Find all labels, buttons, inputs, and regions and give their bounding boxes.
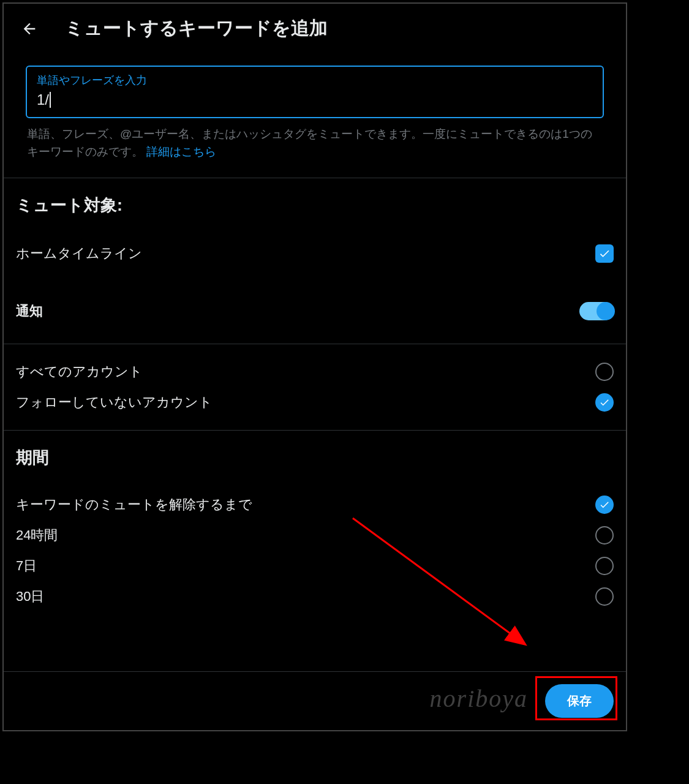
input-label: 単語やフレーズを入力 xyxy=(37,73,593,88)
back-arrow-icon[interactable] xyxy=(18,18,40,40)
not-following-label: フォローしていないアカウント xyxy=(16,393,213,412)
duration-section: 期間 キーワードのミュートを解除するまで 24時間 7日 30日 xyxy=(4,430,626,624)
duration-option-label: 30日 xyxy=(16,587,44,606)
notifications-toggle[interactable] xyxy=(579,302,614,320)
notifications-label: 通知 xyxy=(16,302,43,320)
mute-target-title: ミュート対象: xyxy=(16,194,614,216)
save-button[interactable]: 保存 xyxy=(545,684,614,718)
duration-option-label: 7日 xyxy=(16,557,37,575)
duration-option-label: 24時間 xyxy=(16,526,58,545)
input-value: 1/ xyxy=(37,91,593,108)
duration-option-row: 24時間 xyxy=(16,520,614,551)
all-accounts-radio[interactable] xyxy=(595,363,614,381)
duration-option-row: 7日 xyxy=(16,551,614,581)
keyword-input[interactable]: 単語やフレーズを入力 1/ xyxy=(26,66,604,118)
footer: 保存 xyxy=(4,671,626,730)
not-following-row: フォローしていないアカウント xyxy=(16,387,614,418)
notifications-row: 通知 xyxy=(16,295,614,328)
duration-option-radio-1[interactable] xyxy=(595,526,614,545)
home-timeline-label: ホームタイムライン xyxy=(16,244,142,263)
duration-option-row: 30日 xyxy=(16,581,614,612)
home-timeline-row: ホームタイムライン xyxy=(16,237,614,270)
duration-option-row: キーワードのミュートを解除するまで xyxy=(16,489,614,520)
help-text: 単語、フレーズ、@ユーザー名、またはハッシュタグをミュートできます。一度にミュー… xyxy=(26,118,604,172)
help-link[interactable]: 詳細はこちら xyxy=(146,145,216,158)
duration-option-label: キーワードのミュートを解除するまで xyxy=(16,496,252,514)
accounts-section: すべてのアカウント フォローしていないアカウント xyxy=(4,344,626,430)
duration-option-radio-0[interactable] xyxy=(595,496,614,514)
header: ミュートするキーワードを追加 xyxy=(4,4,626,53)
duration-option-radio-3[interactable] xyxy=(595,587,614,606)
keyword-input-section: 単語やフレーズを入力 1/ 単語、フレーズ、@ユーザー名、またはハッシュタグをミ… xyxy=(4,53,626,178)
mute-target-section: ミュート対象: ホームタイムライン 通知 xyxy=(4,178,626,344)
duration-option-radio-2[interactable] xyxy=(595,557,614,575)
all-accounts-row: すべてのアカウント xyxy=(16,356,614,387)
all-accounts-label: すべてのアカウント xyxy=(16,363,143,381)
duration-title: 期間 xyxy=(16,447,614,469)
home-timeline-checkbox[interactable] xyxy=(595,244,614,263)
page-title: ミュートするキーワードを追加 xyxy=(65,16,328,41)
not-following-radio[interactable] xyxy=(595,393,614,412)
